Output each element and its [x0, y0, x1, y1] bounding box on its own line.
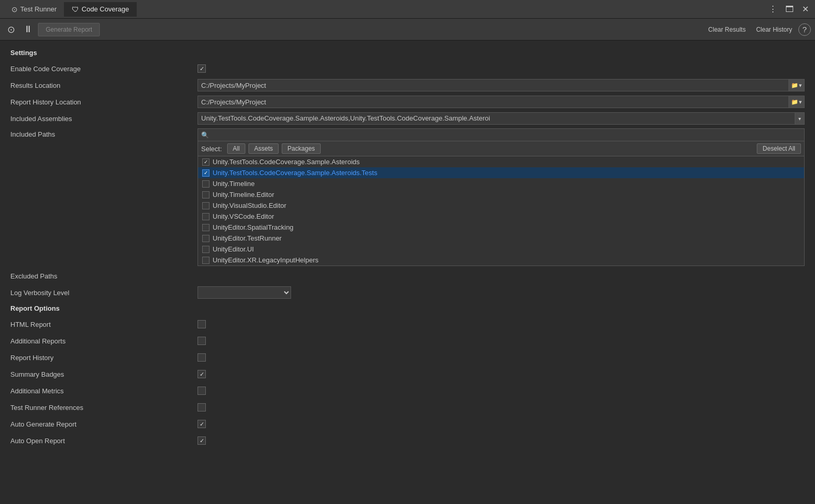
- assembly-item-label: Unity.Timeline.Editor: [213, 191, 274, 198]
- select-row: Select: All Assets Packages Deselect All: [198, 141, 804, 156]
- record-button[interactable]: ⊙: [4, 22, 18, 37]
- log-verbosity-select[interactable]: Info Verbose Warning Error: [198, 286, 291, 299]
- assembly-item-checkbox[interactable]: [202, 213, 209, 220]
- paths-search-row: 🔍: [198, 129, 804, 141]
- report-history-checkbox[interactable]: [198, 353, 206, 362]
- assembly-list-item[interactable]: Unity.Timeline: [198, 178, 804, 189]
- additional-metrics-row: Additional Metrics: [10, 384, 805, 397]
- assembly-list-item[interactable]: UnityEditor.XR.LegacyInputHelpers: [198, 255, 804, 266]
- included-assemblies-label: Included Assemblies: [10, 115, 198, 123]
- included-assemblies-row: Included Assemblies Unity.TestTools.Code…: [10, 112, 805, 125]
- window-controls: ⋮ 🗖 ✕: [767, 3, 811, 15]
- assembly-list-item[interactable]: Unity.Timeline.Editor: [198, 189, 804, 200]
- settings-title: Settings: [10, 49, 805, 57]
- help-button[interactable]: ?: [798, 23, 811, 36]
- assembly-item-checkbox[interactable]: [202, 180, 209, 188]
- assembly-item-label: Unity.TestTools.CodeCoverage.Sample.Aste…: [213, 158, 360, 166]
- clear-results-button[interactable]: Clear Results: [704, 23, 750, 36]
- assembly-list-item[interactable]: UnityEditor.SpatialTracking: [198, 222, 804, 233]
- assembly-item-checkbox[interactable]: [202, 257, 209, 264]
- additional-reports-checkbox[interactable]: [198, 337, 206, 345]
- report-history-row: Report History: [10, 351, 805, 364]
- main-content: Settings Enable Code Coverage Results Lo…: [0, 41, 815, 504]
- auto-generate-checkbox[interactable]: [198, 420, 206, 428]
- select-label: Select:: [201, 145, 222, 153]
- deselect-all-button[interactable]: Deselect All: [757, 143, 801, 154]
- html-report-checkbox[interactable]: [198, 320, 206, 328]
- tab-code-coverage[interactable]: 🛡 Code Coverage: [64, 2, 137, 17]
- assembly-item-checkbox[interactable]: [202, 246, 209, 253]
- report-options-title: Report Options: [10, 304, 805, 312]
- auto-open-checkbox[interactable]: [198, 436, 206, 445]
- assembly-item-label: UnityEditor.SpatialTracking: [213, 223, 294, 231]
- excluded-paths-row: Excluded Paths: [10, 269, 805, 283]
- test-runner-refs-label: Test Runner References: [10, 404, 198, 412]
- log-verbosity-label: Log Verbosity Level: [10, 289, 198, 297]
- auto-generate-row: Auto Generate Report: [10, 417, 805, 431]
- select-packages-button[interactable]: Packages: [282, 143, 321, 154]
- report-history-location-browse-button[interactable]: 📁 ▾: [789, 96, 805, 108]
- summary-badges-checkbox[interactable]: [198, 370, 206, 378]
- report-history-label: Report History: [10, 354, 198, 362]
- test-runner-refs-row: Test Runner References: [10, 401, 805, 414]
- report-options-section: Report Options HTML Report Additional Re…: [10, 304, 805, 447]
- restore-button[interactable]: 🗖: [783, 4, 796, 15]
- code-coverage-icon: 🛡: [72, 5, 79, 14]
- close-button[interactable]: ✕: [800, 3, 811, 15]
- assembly-list-item[interactable]: Unity.TestTools.CodeCoverage.Sample.Aste…: [198, 156, 804, 167]
- dropdown-arrow-icon: ▾: [799, 99, 802, 105]
- test-runner-refs-checkbox[interactable]: [198, 403, 206, 412]
- summary-badges-row: Summary Badges: [10, 367, 805, 381]
- included-paths-row: Included Paths 🔍 Select: All Assets Pack…: [10, 128, 805, 266]
- included-paths-panel: 🔍 Select: All Assets Packages Deselect A…: [198, 128, 805, 266]
- assembly-item-label: Unity.VisualStudio.Editor: [213, 202, 286, 209]
- assembly-item-checkbox[interactable]: [202, 235, 209, 242]
- assembly-item-checkbox[interactable]: [202, 158, 209, 166]
- assembly-list-item[interactable]: Unity.VSCode.Editor: [198, 211, 804, 222]
- folder-icon: 📁: [791, 82, 798, 89]
- tab-test-runner[interactable]: ⊙ Test Runner: [4, 2, 64, 17]
- auto-open-row: Auto Open Report: [10, 434, 805, 447]
- additional-reports-row: Additional Reports: [10, 334, 805, 348]
- log-verbosity-row: Log Verbosity Level Info Verbose Warning…: [10, 286, 805, 299]
- additional-metrics-checkbox[interactable]: [198, 387, 206, 395]
- pause-button[interactable]: ⏸: [20, 22, 36, 37]
- assembly-item-checkbox[interactable]: [202, 202, 209, 209]
- assembly-list-item[interactable]: Unity.TestTools.CodeCoverage.Sample.Aste…: [198, 167, 804, 178]
- assembly-item-checkbox[interactable]: [202, 169, 209, 177]
- included-assemblies-display: Unity.TestTools.CodeCoverage.Sample.Aste…: [198, 112, 795, 125]
- select-assets-button[interactable]: Assets: [248, 143, 279, 154]
- results-location-browse-button[interactable]: 📁 ▾: [789, 79, 805, 91]
- html-report-label: HTML Report: [10, 321, 198, 328]
- report-history-location-label: Report History Location: [10, 98, 198, 106]
- assembly-list-item[interactable]: UnityEditor.UI: [198, 244, 804, 255]
- assembly-item-label: UnityEditor.TestRunner: [213, 234, 282, 242]
- title-bar: ⊙ Test Runner 🛡 Code Coverage ⋮ 🗖 ✕: [0, 0, 815, 19]
- search-icon: 🔍: [201, 131, 209, 139]
- assembly-item-checkbox[interactable]: [202, 224, 209, 231]
- folder-icon: 📁: [791, 99, 798, 105]
- assembly-list: Unity.TestTools.CodeCoverage.Sample.Aste…: [198, 156, 804, 266]
- results-location-input[interactable]: [198, 79, 789, 91]
- excluded-paths-label: Excluded Paths: [10, 272, 198, 280]
- assembly-list-item[interactable]: Unity.VisualStudio.Editor: [198, 200, 804, 211]
- enable-coverage-checkbox[interactable]: [198, 64, 206, 73]
- paths-search-input[interactable]: [211, 131, 801, 139]
- enable-coverage-label: Enable Code Coverage: [10, 65, 198, 73]
- report-history-location-input[interactable]: [198, 96, 789, 108]
- menu-button[interactable]: ⋮: [767, 3, 779, 15]
- assembly-item-label: Unity.TestTools.CodeCoverage.Sample.Aste…: [213, 169, 377, 177]
- assembly-list-item[interactable]: UnityEditor.TestRunner: [198, 233, 804, 244]
- additional-reports-label: Additional Reports: [10, 337, 198, 345]
- assembly-item-checkbox[interactable]: [202, 191, 209, 198]
- auto-generate-label: Auto Generate Report: [10, 420, 198, 428]
- results-location-label: Results Location: [10, 82, 198, 89]
- select-all-button[interactable]: All: [227, 143, 245, 154]
- assembly-item-label: UnityEditor.XR.LegacyInputHelpers: [213, 256, 319, 264]
- clear-history-button[interactable]: Clear History: [752, 23, 796, 36]
- assembly-item-label: Unity.VSCode.Editor: [213, 213, 274, 220]
- included-assemblies-dropdown-button[interactable]: ▾: [795, 112, 805, 125]
- generate-report-button[interactable]: Generate Report: [38, 23, 100, 36]
- auto-open-label: Auto Open Report: [10, 437, 198, 445]
- dropdown-arrow-icon: ▾: [799, 82, 802, 89]
